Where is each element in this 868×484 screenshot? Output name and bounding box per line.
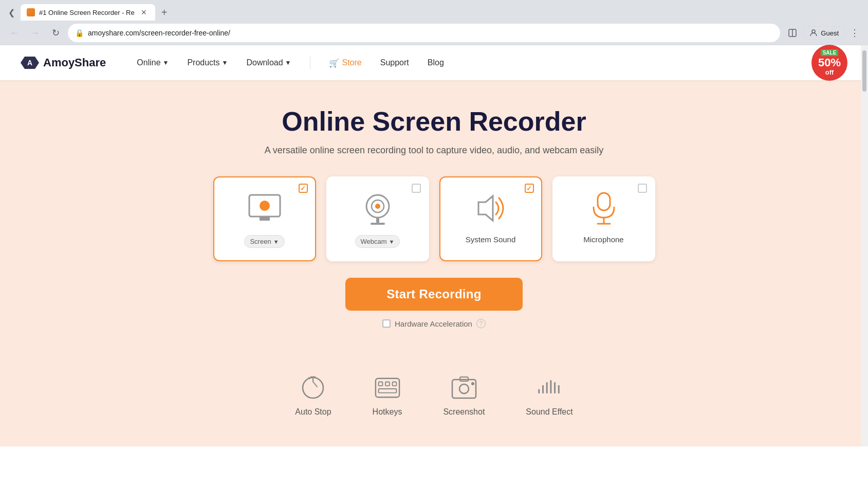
svg-point-8 <box>260 201 270 211</box>
microphone-label: Microphone <box>583 235 623 244</box>
screen-icon <box>247 193 282 224</box>
system-sound-label: System Sound <box>466 235 516 244</box>
svg-rect-26 <box>385 382 390 386</box>
screenshot-icon <box>451 374 477 401</box>
sale-off: off <box>825 68 834 76</box>
svg-rect-24 <box>375 379 399 398</box>
screen-checkbox[interactable]: ✓ <box>299 184 309 194</box>
browser-menu-button[interactable]: ⋮ <box>847 26 862 40</box>
browser-chrome: ❮ #1 Online Screen Recorder - Re ✕ + ← →… <box>0 0 868 45</box>
nav-blog[interactable]: Blog <box>428 58 444 67</box>
svg-rect-28 <box>378 389 396 393</box>
start-recording-wrap: Start Recording <box>21 278 847 311</box>
webcam-label-row: Webcam ▼ <box>355 235 400 248</box>
website-content: A AmoyShare Online ▼ Products ▼ Download… <box>0 45 868 446</box>
profile-button[interactable]: Guest <box>803 26 845 40</box>
features-row: Auto Stop Hotkeys <box>0 364 868 437</box>
url-text: amoyshare.com/screen-recorder-free-onlin… <box>88 29 773 37</box>
microphone-checkbox[interactable]: ✓ <box>638 184 648 194</box>
profile-label: Guest <box>821 29 839 37</box>
webcam-card[interactable]: ✓ Webcam ▼ <box>326 176 429 261</box>
chevron-down-icon: ▼ <box>285 59 291 66</box>
hero-title: Online Screen Recorder <box>21 106 847 137</box>
hero-section: Online Screen Recorder A versatile onlin… <box>0 80 868 364</box>
hardware-acceleration-checkbox[interactable] <box>382 319 391 328</box>
feature-hotkeys: Hotkeys <box>373 374 402 417</box>
auto-stop-icon <box>300 374 326 401</box>
svg-rect-14 <box>371 223 385 225</box>
screen-icon-wrap <box>246 190 283 227</box>
screen-card[interactable]: ✓ Screen ▼ <box>213 176 316 261</box>
svg-line-23 <box>309 378 310 379</box>
scrollbar[interactable] <box>861 45 868 446</box>
nav-online[interactable]: Online ▼ <box>137 58 169 67</box>
nav-download[interactable]: Download ▼ <box>246 58 291 67</box>
svg-point-32 <box>471 382 474 385</box>
split-view-button[interactable] <box>784 25 801 41</box>
screenshot-label: Screenshot <box>443 407 485 417</box>
svg-line-21 <box>313 382 317 387</box>
back-button[interactable]: ← <box>6 25 23 41</box>
nav-store[interactable]: 🛒 Store <box>329 58 362 68</box>
scrollbar-thumb[interactable] <box>862 50 866 92</box>
reload-button[interactable]: ↻ <box>47 25 64 41</box>
webcam-label: Webcam <box>361 238 387 245</box>
address-bar-row: ← → ↻ 🔒 amoyshare.com/screen-recorder-fr… <box>0 21 868 45</box>
svg-rect-25 <box>378 382 382 386</box>
svg-rect-9 <box>260 217 270 221</box>
nav-products[interactable]: Products ▼ <box>187 58 228 67</box>
svg-point-12 <box>375 204 380 209</box>
system-sound-checkbox[interactable]: ✓ <box>525 184 535 194</box>
forward-button[interactable]: → <box>27 25 43 41</box>
feature-auto-stop: Auto Stop <box>295 374 331 417</box>
lock-icon: 🔒 <box>75 29 84 37</box>
chevron-down-icon: ▼ <box>222 59 228 66</box>
nav-links: Online ▼ Products ▼ Download ▼ 🛒 Store S… <box>137 57 831 69</box>
sale-percent: 50% <box>818 57 841 68</box>
hardware-acceleration-label: Hardware Acceleration <box>395 319 472 328</box>
svg-text:A: A <box>27 59 32 67</box>
hotkeys-label: Hotkeys <box>373 407 402 417</box>
svg-rect-16 <box>598 193 610 210</box>
chevron-down-icon: ▼ <box>389 239 395 245</box>
feature-screenshot: Screenshot <box>443 374 485 417</box>
screen-dropdown[interactable]: Screen ▼ <box>244 235 284 248</box>
screen-label: Screen <box>250 238 271 245</box>
browser-actions: Guest ⋮ <box>784 25 862 41</box>
start-recording-button[interactable]: Start Recording <box>345 278 523 311</box>
chevron-down-icon: ▼ <box>273 239 279 245</box>
nav-support[interactable]: Support <box>380 58 409 67</box>
webcam-checkbox[interactable]: ✓ <box>412 184 422 194</box>
tab-close-button[interactable]: ✕ <box>139 7 149 17</box>
cart-icon: 🛒 <box>329 58 339 68</box>
svg-rect-13 <box>376 218 379 223</box>
system-sound-card[interactable]: ✓ System Sound <box>439 176 542 261</box>
webcam-icon-wrap <box>359 190 396 227</box>
logo[interactable]: A AmoyShare <box>21 53 106 72</box>
nav-separator <box>310 57 310 69</box>
new-tab-button[interactable]: + <box>157 5 172 20</box>
sale-badge[interactable]: SALE 50% off <box>811 45 847 81</box>
hardware-acceleration-help[interactable]: ? <box>476 319 486 328</box>
hardware-acceleration-row: Hardware Acceleration ? <box>21 319 847 328</box>
microphone-card[interactable]: ✓ Microphone <box>552 176 655 261</box>
webcam-dropdown[interactable]: Webcam ▼ <box>355 235 400 248</box>
tab-bar: ❮ #1 Online Screen Recorder - Re ✕ + <box>0 0 868 21</box>
system-sound-icon <box>474 193 507 224</box>
tab-list-button[interactable]: ❮ <box>4 5 19 20</box>
auto-stop-label: Auto Stop <box>295 407 331 417</box>
sale-tag-label: SALE <box>821 49 839 56</box>
logo-text: AmoyShare <box>43 56 106 69</box>
nav-bar: A AmoyShare Online ▼ Products ▼ Download… <box>0 45 868 80</box>
sound-effect-label: Sound Effect <box>526 407 572 417</box>
active-tab[interactable]: #1 Online Screen Recorder - Re ✕ <box>21 4 155 21</box>
hotkeys-icon <box>374 374 401 401</box>
system-sound-icon-wrap <box>472 190 509 227</box>
feature-sound-effect: Sound Effect <box>526 374 572 417</box>
address-bar[interactable]: 🔒 amoyshare.com/screen-recorder-free-onl… <box>68 24 780 42</box>
microphone-icon-wrap <box>585 190 622 227</box>
svg-rect-27 <box>392 382 396 386</box>
chevron-down-icon: ▼ <box>163 59 169 66</box>
svg-marker-15 <box>478 196 493 221</box>
hero-subtitle: A versatile online screen recording tool… <box>21 145 847 156</box>
